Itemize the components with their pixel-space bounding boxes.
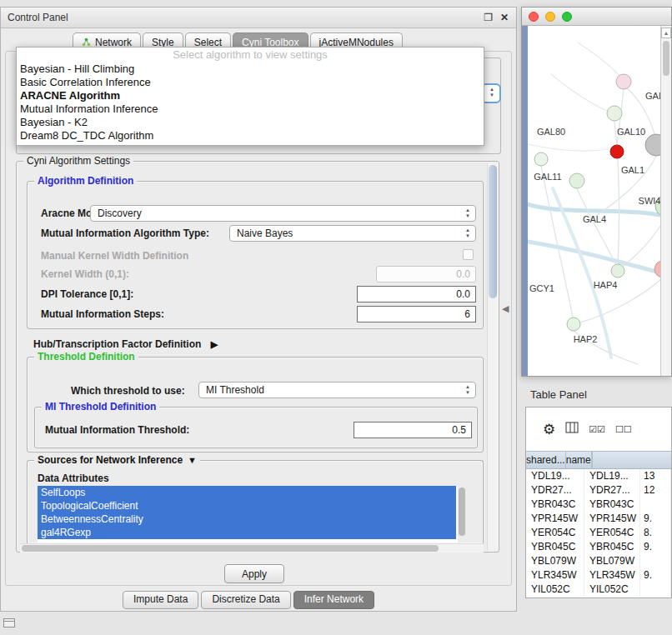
table-row[interactable]: YIL052C YIL052C [526, 582, 671, 597]
data-attribute-item[interactable]: SelfLoops [38, 486, 456, 499]
network-edge[interactable] [528, 144, 609, 151]
network-node[interactable] [567, 318, 580, 331]
network-node-label: GAL80 [537, 127, 565, 137]
dpi-tolerance-input[interactable]: 0.0 [357, 286, 476, 302]
table-row[interactable]: YBR045C YBR045C 9. [526, 540, 671, 554]
table-row[interactable]: YBR043C YBR043C [526, 498, 671, 512]
aracne-mode-select[interactable]: Discovery ▲▼ [90, 205, 476, 222]
cell-value: 9. [640, 512, 671, 526]
dropdown-item[interactable]: Bayesian - Hill Climbing [17, 62, 484, 76]
combo-stepper-icon: ▲▼ [463, 384, 473, 396]
dropdown-item[interactable]: Mutual Information Inference [17, 102, 484, 116]
table-column-header[interactable]: name [566, 452, 592, 468]
combo-stepper-icon: ▲▼ [463, 208, 473, 219]
minimize-traffic-light-icon[interactable] [545, 12, 555, 22]
network-edge[interactable] [528, 241, 671, 278]
which-threshold-value: MI Threshold [206, 384, 264, 396]
list-scrollbar-thumb[interactable] [459, 488, 465, 536]
data-attribute-item[interactable]: BetweennessCentrality [38, 512, 456, 526]
zoom-traffic-light-icon[interactable] [562, 12, 572, 22]
column-selector-icon[interactable] [565, 422, 579, 437]
network-node[interactable] [611, 264, 624, 278]
dropdown-item[interactable]: Basic Correlation Inference [17, 76, 484, 89]
sources-group-title[interactable]: Sources for Network Inference ▼ [34, 454, 200, 467]
manual-kernel-checkbox[interactable] [463, 249, 474, 260]
splitter-collapse-icon[interactable]: ◀ [502, 303, 509, 314]
network-view-window: GALGAL80GAL10GAL11GAL1SWI4GAL4GCY1HAP4HA… [521, 7, 672, 377]
cell-shared-name: YLR345W [526, 568, 584, 582]
table-row[interactable]: YDR27... YDR27... 12 [526, 483, 671, 498]
dropdown-item[interactable]: ARACNE Algorithm [17, 89, 484, 102]
collapsed-arrow-icon: ▶ [211, 339, 218, 349]
data-attribute-item[interactable]: gal4RGexp [38, 526, 456, 539]
settings-horizontal-scrollbar[interactable] [20, 543, 484, 552]
network-edge[interactable] [578, 42, 623, 81]
kernel-width-input[interactable]: 0.0 [376, 266, 476, 282]
mi-type-select[interactable]: Naive Bayes ▲▼ [229, 225, 476, 242]
table-row[interactable]: YPR145W YPR145W 9. [526, 512, 671, 526]
network-vertical-scrollbar[interactable]: ▲ [660, 26, 671, 376]
network-graph[interactable]: GALGAL80GAL10GAL11GAL1SWI4GAL4GCY1HAP4HA… [528, 26, 671, 376]
network-node-label: GAL10 [617, 127, 645, 137]
mi-steps-input[interactable]: 6 [357, 306, 476, 322]
table-row[interactable]: YER054C YER054C 8. [526, 526, 671, 540]
data-attribute-item[interactable]: TopologicalCoefficient [38, 499, 456, 512]
table-column-header[interactable]: shared... [526, 452, 566, 468]
combo-stepper-icon: ▲▼ [463, 228, 473, 239]
network-scrollbar-thumb[interactable] [663, 41, 669, 76]
network-node[interactable] [534, 152, 548, 166]
apply-button[interactable]: Apply [224, 564, 284, 583]
table-row[interactable]: YDL19... YDL19... 13 [526, 469, 671, 483]
network-node[interactable] [616, 74, 631, 89]
data-attribute-items: SelfLoops TopologicalCoefficient Between… [38, 486, 466, 539]
minimized-panel-icon[interactable] [3, 618, 15, 628]
mi-threshold-input[interactable]: 0.5 [354, 422, 472, 438]
table-row[interactable]: YBL079W YBL079W [526, 554, 671, 568]
cyni-algorithm-settings-group: Cyni Algorithm Settings Algorithm Defini… [16, 161, 499, 552]
table-panel-toolbar: ⚙ ☑☑ ☐☐ [526, 408, 671, 451]
control-panel-titlebar[interactable]: Control Panel ❐ ✕ [1, 8, 516, 28]
close-window-icon[interactable]: ✕ [500, 11, 509, 24]
cell-value: 9. [640, 540, 671, 554]
close-traffic-light-icon[interactable] [529, 12, 539, 22]
settings-scrollbar-thumb[interactable] [489, 165, 497, 298]
float-window-icon[interactable]: ❐ [484, 11, 493, 24]
cell-name: YER054C [584, 526, 640, 540]
list-scrollbar[interactable] [458, 486, 466, 542]
bottom-tab[interactable]: Impute Data [123, 591, 198, 609]
table-row[interactable]: YLR345W YLR345W 9. [526, 568, 671, 582]
network-edge[interactable] [621, 216, 666, 268]
bottom-tab[interactable]: Discretize Data [201, 591, 290, 609]
which-threshold-label: Which threshold to use: [71, 385, 185, 397]
scroll-up-icon[interactable]: ▲ [661, 28, 671, 38]
mi-threshold-group: MI Threshold Definition Mutual Informati… [34, 407, 478, 448]
which-threshold-select[interactable]: MI Threshold ▲▼ [198, 382, 476, 398]
hub-section-toggle[interactable]: Hub/Transcription Factor Definition ▶ [33, 338, 218, 350]
dropdown-item[interactable]: Bayesian - K2 [17, 116, 484, 129]
network-window-titlebar[interactable] [522, 8, 671, 26]
network-edge[interactable] [541, 166, 573, 318]
network-edge[interactable] [551, 74, 614, 113]
deselect-all-icon[interactable]: ☐☐ [615, 424, 632, 435]
cell-value: 13 [640, 469, 671, 483]
cell-value: 8. [640, 526, 671, 540]
dropdown-item[interactable]: Dream8 DC_TDC Algorithm [17, 129, 484, 142]
table-column-header[interactable] [592, 452, 593, 468]
algorithm-definition-title: Algorithm Definition [34, 175, 137, 188]
settings-gear-icon[interactable]: ⚙ [543, 421, 555, 438]
cell-shared-name: YER054C [526, 526, 584, 540]
network-node[interactable] [569, 173, 584, 188]
select-all-icon[interactable]: ☑☑ [589, 424, 605, 435]
network-node[interactable] [610, 145, 624, 158]
bottom-tab[interactable]: Infer Network [293, 591, 374, 609]
data-attributes-list[interactable]: SelfLoops TopologicalCoefficient Between… [38, 486, 466, 542]
network-node-label: HAP2 [574, 334, 598, 344]
cell-name: YDR27... [584, 483, 640, 498]
combo-stepper-icon: ▲▼ [487, 87, 497, 98]
settings-hscrollbar-thumb[interactable] [22, 545, 439, 552]
cell-name: YBR045C [584, 540, 640, 554]
table-panel-title: Table Panel [530, 388, 587, 401]
threshold-definition-group: Threshold Definition Which threshold to … [27, 357, 484, 452]
network-node[interactable] [607, 106, 622, 121]
settings-vertical-scrollbar[interactable] [487, 163, 498, 550]
